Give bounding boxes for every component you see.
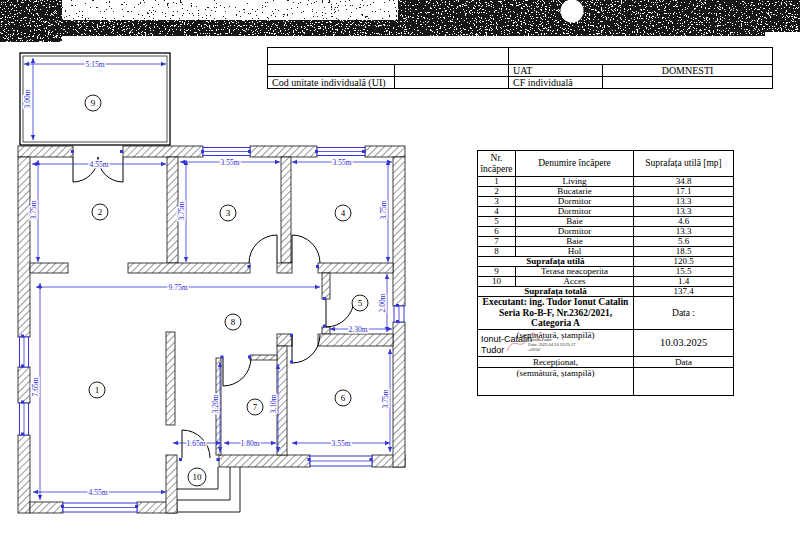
- uat-label: UAT: [509, 65, 603, 77]
- signer-name: Ionut-Catalin Tudor: [481, 334, 532, 356]
- subtotal-value: 120.5: [634, 257, 734, 267]
- table-row: 6Dormitor13.3: [478, 227, 734, 237]
- dimension-label: 1.65m: [187, 439, 206, 448]
- room-number-badge: 8: [225, 314, 241, 330]
- room-number-badge: 4: [335, 205, 351, 221]
- table-row: 10Acces1.4: [478, 277, 734, 287]
- dimension-label: 4.55m: [89, 488, 108, 497]
- col-header-name: Denumire încăpere: [516, 151, 634, 177]
- window-symbol: [203, 148, 250, 156]
- svg-text:4: 4: [341, 208, 346, 218]
- table-row: 5Baie4.6: [478, 217, 734, 227]
- door-arc: [326, 299, 354, 327]
- dimension-label: 7.65m: [31, 377, 40, 396]
- svg-text:2: 2: [98, 207, 103, 217]
- door-arc: [223, 358, 251, 386]
- executant-row: Executant: ing. Tudor Ionut Catalin Seri…: [478, 297, 734, 330]
- empty-cell: [268, 48, 509, 65]
- table-row: 8Hol18.5: [478, 247, 734, 257]
- table-row: 7Baie5.6: [478, 237, 734, 247]
- table-row: 2Bucatarie17.1: [478, 187, 734, 197]
- receptionat-row: Recepționat, Data: [478, 356, 734, 367]
- col-header-area: Suprafața utilă [mp]: [634, 151, 734, 177]
- dimension-label: 3.55m: [221, 158, 240, 167]
- window-symbol: [20, 337, 29, 367]
- dimension-label: 3.75m: [381, 389, 390, 408]
- empty-cell: [634, 367, 734, 395]
- rooms-table: Nr.încăpere Denumire încăpere Suprafața …: [477, 150, 734, 396]
- empty-cell: [509, 48, 773, 65]
- empty-cell: [395, 65, 509, 77]
- subtotal-label: Suprafața utilă: [478, 257, 634, 267]
- room-number-badge: 3: [220, 205, 236, 221]
- total-label: Suprafața totală: [478, 287, 634, 297]
- svg-text:5: 5: [358, 298, 363, 308]
- hole-punch-mark: [561, 0, 584, 23]
- dimension-label: 3.75m: [379, 200, 388, 219]
- dimension-label: 3.10m: [269, 394, 278, 413]
- signature-cell: (semnătură, ștampilă) Ionut-Catalin Tudo…: [478, 329, 634, 356]
- room-number-badge: 5: [352, 295, 368, 311]
- door-arc: [249, 235, 277, 263]
- total-row: Suprafața totală 137.4: [478, 287, 734, 297]
- table-header-row: Nr.încăpere Denumire încăpere Suprafața …: [478, 151, 734, 177]
- stairs-steps: [177, 467, 240, 512]
- table-row: Cod unitate individuală (UI) CF individu…: [268, 77, 773, 89]
- svg-text:1: 1: [95, 385, 100, 395]
- table-row: 1Living34.8: [478, 177, 734, 187]
- room-number-badge: 10: [188, 468, 206, 486]
- dimension-label: 4.55m: [90, 160, 109, 169]
- svg-text:7: 7: [253, 402, 258, 412]
- digital-signature-details: Catalin Tudor Date: 2025.04.14 13:25:27 …: [528, 337, 575, 352]
- svg-text:10: 10: [193, 472, 203, 482]
- data-label-2: Data: [634, 356, 734, 367]
- window-symbol: [310, 456, 372, 466]
- svg-text:6: 6: [341, 393, 346, 403]
- door-arc: [292, 335, 320, 363]
- dimension-label: 3.20m: [211, 394, 220, 413]
- room-number-badge: 1: [89, 382, 105, 398]
- data-label: Data :: [634, 297, 734, 330]
- dimension-label: 5.15m: [86, 60, 105, 69]
- dimension-label: 3.75m: [177, 201, 186, 220]
- dimension-label: 3.55m: [333, 158, 352, 167]
- cf-label: CF individuală: [509, 77, 603, 89]
- dimension-label: 9.75m: [169, 283, 188, 292]
- subtotal-row: Suprafața utilă 120.5: [478, 257, 734, 267]
- dimension-label: 3.00m: [23, 89, 32, 108]
- scanned-floorplan-document: 5.15m 3.00m 4.55m 3.75m 3.55m 3.75m 3.55…: [0, 0, 800, 533]
- dimension-label: 3.75m: [29, 200, 38, 219]
- dimension-label: 1.80m: [241, 439, 260, 448]
- room-number-badge: 9: [85, 95, 101, 111]
- window-symbol: [394, 306, 404, 322]
- executant-info: Executant: ing. Tudor Ionut Catalin Seri…: [478, 297, 634, 330]
- window-symbol: [63, 503, 137, 512]
- cod-ui-label: Cod unitate individuală (UI): [268, 77, 395, 89]
- cf-value: [603, 77, 773, 89]
- table-row: [268, 48, 773, 65]
- total-value: 137.4: [634, 287, 734, 297]
- door-arc: [292, 235, 320, 263]
- cod-ui-value: [395, 77, 509, 89]
- date-value: 10.03.2025: [634, 329, 734, 356]
- dimension-label: 2.30m: [349, 325, 368, 334]
- windows: [20, 148, 405, 513]
- room-number-badge: 6: [335, 390, 351, 406]
- room-number-badge: 7: [247, 399, 263, 415]
- svg-text:3: 3: [226, 208, 231, 218]
- window-symbol: [317, 148, 365, 156]
- stamp-note-2: (semnătură, ștampilă): [478, 367, 634, 395]
- table-row: 3Dormitor13.3: [478, 197, 734, 207]
- room-number-badge: 2: [92, 204, 108, 220]
- receptionat-label: Recepționat,: [478, 356, 634, 367]
- svg-text:8: 8: [231, 317, 236, 327]
- svg-text:9: 9: [91, 98, 96, 108]
- signature-row: (semnătură, ștampilă) Ionut-Catalin Tudo…: [478, 329, 734, 356]
- table-row: 9Terasa neacoperita15.5: [478, 267, 734, 277]
- col-header-nr: Nr.încăpere: [478, 151, 516, 177]
- header-table: UAT DOMNESTI Cod unitate individuală (UI…: [267, 47, 773, 89]
- stamp-row: (semnătură, ștampilă): [478, 367, 734, 395]
- uat-value: DOMNESTI: [603, 65, 773, 77]
- dimension-label: 2.00m: [378, 293, 387, 312]
- table-row: 4Dormitor13.3: [478, 207, 734, 217]
